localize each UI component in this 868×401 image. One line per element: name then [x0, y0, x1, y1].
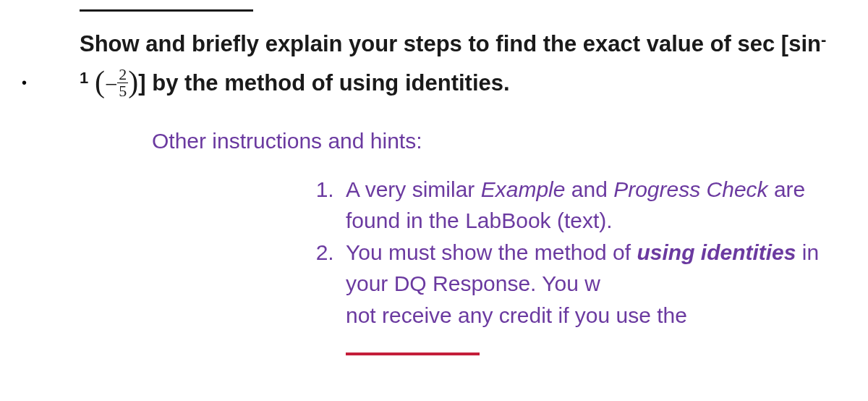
hint1-italic1: Example	[481, 177, 566, 201]
hint2-part3: not receive any credit if you use the	[346, 303, 687, 327]
question-text: Show and briefly explain your steps to f…	[80, 26, 832, 107]
partial-top-underline	[80, 9, 253, 12]
question-prefix: Show and briefly explain your steps to f…	[80, 31, 821, 56]
cutoff-line	[346, 334, 480, 358]
bracket-close: ]	[138, 70, 145, 96]
hint-item-2: You must show the method of using identi…	[340, 237, 832, 363]
fraction-numerator: 2	[117, 67, 128, 83]
paren-close: )	[128, 65, 138, 98]
math-expression: (−25)]	[95, 70, 152, 96]
hint1-part1: A very similar	[346, 177, 481, 201]
red-underline-icon	[346, 353, 480, 355]
bullet-point-icon: •	[22, 75, 27, 91]
hint1-italic2: Progress Check	[613, 177, 767, 201]
hint2-bolditalic: using identities	[637, 240, 796, 264]
minus-sign: −	[105, 71, 117, 96]
paren-open: (	[95, 65, 105, 98]
hint2-part1: You must show the method of	[346, 240, 637, 264]
fraction-denominator: 5	[117, 83, 128, 99]
document-content: Show and briefly explain your steps to f…	[0, 0, 868, 363]
subsection-title: Other instructions and hints:	[152, 129, 832, 153]
hint-item-1: A very similar Example and Progress Chec…	[340, 174, 832, 237]
hints-list: A very similar Example and Progress Chec…	[318, 174, 832, 363]
hint1-part2: and	[565, 177, 613, 201]
fraction: 25	[117, 67, 128, 99]
question-suffix: by the method of using identities.	[152, 70, 509, 96]
subsection: Other instructions and hints: A very sim…	[152, 129, 832, 363]
